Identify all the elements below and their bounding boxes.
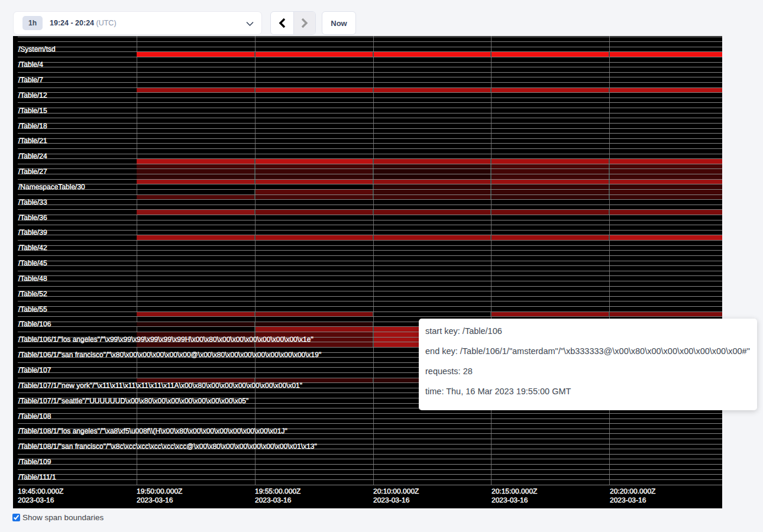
svg-text:/NamespaceTable/30: /NamespaceTable/30 [18, 183, 85, 191]
svg-text:/Table/108/1/"san francisco"/": /Table/108/1/"san francisco"/"\x8c\xcc\x… [18, 442, 317, 450]
svg-text:19:55:00.000Z: 19:55:00.000Z [255, 487, 300, 495]
svg-text:/Table/39: /Table/39 [18, 228, 47, 236]
svg-text:/Table/42: /Table/42 [18, 244, 47, 252]
svg-text:/Table/107: /Table/107 [18, 366, 51, 374]
svg-text:19:45:00.000Z: 19:45:00.000Z [18, 487, 63, 495]
svg-text:/Table/45: /Table/45 [18, 259, 47, 267]
svg-text:/Table/106: /Table/106 [18, 320, 51, 328]
svg-text:/Table/36: /Table/36 [18, 213, 47, 222]
svg-text:/System/tsd: /System/tsd [18, 45, 56, 53]
svg-text:19:50:00.000Z: 19:50:00.000Z [137, 487, 182, 495]
svg-text:/Table/15: /Table/15 [18, 106, 47, 115]
svg-text:2023-03-16: 2023-03-16 [373, 496, 410, 504]
svg-text:2023-03-16: 2023-03-16 [18, 496, 54, 504]
svg-text:2023-03-16: 2023-03-16 [610, 496, 646, 504]
svg-text:/Table/111/1: /Table/111/1 [18, 473, 56, 481]
svg-text:20:15:00.000Z: 20:15:00.000Z [492, 487, 537, 495]
svg-text:/Table/108/1/"los angeles"/"\x: /Table/108/1/"los angeles"/"\xa8\xf5\u00… [18, 427, 287, 435]
svg-text:2023-03-16: 2023-03-16 [255, 496, 292, 504]
svg-text:/Table/107/1/"new york"/"\x11\: /Table/107/1/"new york"/"\x11\x11\x11\x1… [18, 381, 302, 390]
svg-text:2023-03-16: 2023-03-16 [137, 496, 173, 504]
svg-text:/Table/55: /Table/55 [18, 305, 47, 313]
svg-text:/Table/33: /Table/33 [18, 198, 47, 206]
svg-text:/Table/52: /Table/52 [18, 290, 47, 298]
svg-text:/Table/7: /Table/7 [18, 76, 43, 84]
svg-text:2023-03-16: 2023-03-16 [492, 496, 528, 504]
svg-text:/Table/21: /Table/21 [18, 137, 47, 145]
svg-text:/Table/108: /Table/108 [18, 412, 51, 420]
svg-text:/Table/107/1/"seattle"/"UUUUUU: /Table/107/1/"seattle"/"UUUUUUD\x00\x80\… [18, 397, 248, 405]
svg-text:20:20:00.000Z: 20:20:00.000Z [610, 487, 655, 495]
svg-text:/Table/106/1/"san francisco"/": /Table/106/1/"san francisco"/"\x80\x00\x… [18, 351, 321, 359]
svg-text:/Table/4: /Table/4 [18, 60, 43, 69]
svg-text:/Table/27: /Table/27 [18, 167, 47, 176]
svg-text:/Table/18: /Table/18 [18, 122, 47, 130]
svg-text:/Table/48: /Table/48 [18, 274, 47, 283]
svg-text:/Table/109: /Table/109 [18, 458, 51, 466]
svg-text:20:10:00.000Z: 20:10:00.000Z [373, 487, 419, 495]
svg-text:/Table/24: /Table/24 [18, 152, 47, 160]
svg-text:/Table/12: /Table/12 [18, 91, 47, 99]
svg-text:/Table/106/1/"los angeles"/"\x: /Table/106/1/"los angeles"/"\x99\x99\x99… [18, 335, 313, 343]
